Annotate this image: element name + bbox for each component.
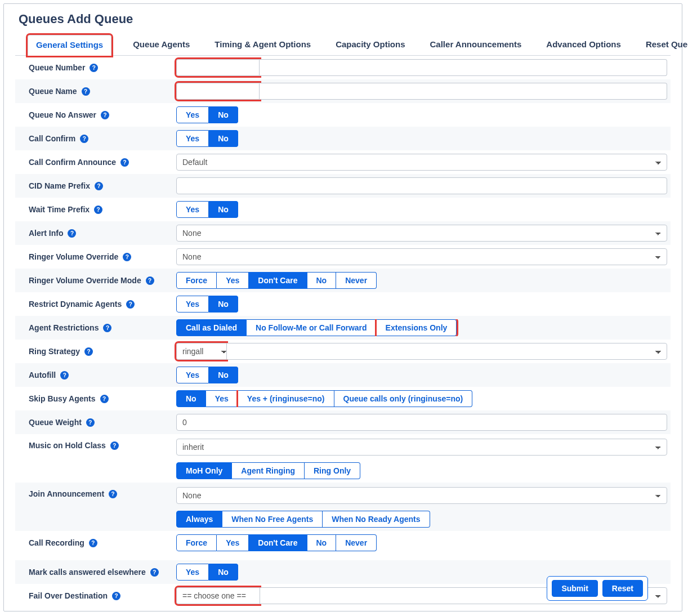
label-ringer-volume-override-mode: Ringer Volume Override Mode [29, 276, 141, 285]
help-icon[interactable]: ? [80, 135, 88, 143]
help-icon[interactable]: ? [82, 87, 90, 96]
row-agent-restrictions: Agent Restrictions ? Call as DialedNo Fo… [15, 316, 671, 340]
row-queue-number: Queue Number ? [15, 56, 671, 79]
help-icon[interactable]: ? [101, 111, 109, 119]
ringerVolumeOverrideMode-option-force[interactable]: Force [176, 272, 217, 289]
row-queue-name: Queue Name ? [15, 79, 671, 103]
autofill-option-no[interactable]: No [209, 367, 238, 383]
help-icon[interactable]: ? [100, 395, 109, 403]
waitTimePrefix-option-yes[interactable]: Yes [176, 201, 209, 218]
joinAnnouncement-option-when-no-free-agents[interactable]: When No Free Agents [222, 511, 323, 528]
cid-name-prefix-input[interactable] [176, 177, 667, 194]
label-queue-name: Queue Name [29, 87, 77, 96]
label-call-confirm: Call Confirm [29, 134, 75, 143]
row-music-on-hold: Music on Hold Class ? inherit MoH OnlyAg… [15, 434, 671, 483]
tab-queue-agents[interactable]: Queue Agents [129, 35, 193, 56]
ringerVolumeOverrideMode-option-no[interactable]: No [307, 272, 337, 289]
call-confirm-announce-select[interactable]: Default [176, 154, 667, 171]
agentRestrictions-option-no-follow-me-or-call-forward[interactable]: No Follow-Me or Call Forward [247, 319, 377, 336]
help-icon[interactable]: ? [150, 568, 159, 577]
help-icon[interactable]: ? [60, 371, 69, 380]
joinAnnouncement-option-when-no-ready-agents[interactable]: When No Ready Agents [323, 511, 430, 528]
callRecording-option-force[interactable]: Force [176, 534, 217, 551]
row-call-recording: Call Recording ? ForceYesDon't CareNoNev… [15, 531, 671, 560]
callRecording-option-yes[interactable]: Yes [217, 534, 249, 551]
help-icon[interactable]: ? [109, 490, 117, 498]
ring-strategy-select-ext[interactable] [226, 343, 667, 360]
ring-strategy-select[interactable]: ringall [176, 343, 226, 360]
join-announcement-select[interactable]: None [176, 487, 667, 504]
help-icon[interactable]: ? [68, 229, 76, 238]
help-icon[interactable]: ? [120, 158, 129, 167]
row-wait-time-prefix: Wait Time Prefix ? YesNo [15, 198, 671, 221]
tab-caller-announcements[interactable]: Caller Announcements [427, 35, 525, 56]
row-restrict-dynamic-agents: Restrict Dynamic Agents ? YesNo [15, 292, 671, 316]
tab-reset-queue-s[interactable]: Reset Queue S [642, 35, 688, 56]
label-cid-name-prefix: CID Name Prefix [29, 181, 90, 190]
skipBusyAgents-option-no[interactable]: No [176, 390, 206, 407]
skipBusyAgents-option-yes-ringinuse-no-[interactable]: Yes + (ringinuse=no) [238, 390, 334, 407]
tab-timing-agent-options[interactable]: Timing & Agent Options [211, 35, 314, 56]
help-icon[interactable]: ? [89, 539, 97, 547]
musicOnHoldClass-option-ring-only[interactable]: Ring Only [305, 462, 360, 479]
label-music-on-hold: Music on Hold Class [29, 441, 106, 450]
help-icon[interactable]: ? [126, 300, 135, 309]
row-autofill: Autofill ? YesNo [15, 363, 671, 387]
help-icon[interactable]: ? [86, 418, 95, 427]
waitTimePrefix-option-no[interactable]: No [209, 201, 238, 218]
label-queue-weight: Queue Weight [29, 418, 82, 427]
callRecording-option-no[interactable]: No [307, 534, 337, 551]
label-ringer-volume-override: Ringer Volume Override [29, 252, 118, 261]
help-icon[interactable]: ? [90, 64, 98, 72]
callConfirm-option-no[interactable]: No [209, 130, 238, 147]
submit-button[interactable]: Submit [552, 580, 597, 597]
tab-capacity-options[interactable]: Capacity Options [332, 35, 408, 56]
label-queue-number: Queue Number [29, 63, 85, 72]
label-autofill: Autofill [29, 371, 56, 380]
help-icon[interactable]: ? [103, 324, 111, 332]
reset-button[interactable]: Reset [602, 580, 643, 597]
help-icon[interactable]: ? [123, 253, 131, 261]
row-ringer-volume-override-mode: Ringer Volume Override Mode ? ForceYesDo… [15, 269, 671, 292]
agentRestrictions-option-call-as-dialed[interactable]: Call as Dialed [176, 319, 247, 336]
help-icon[interactable]: ? [94, 206, 102, 214]
alert-info-select[interactable]: None [176, 225, 667, 242]
help-icon[interactable]: ? [84, 347, 93, 356]
tab-general-settings[interactable]: General Settings [28, 35, 111, 56]
ringerVolumeOverrideMode-option-yes[interactable]: Yes [217, 272, 249, 289]
help-icon[interactable]: ? [146, 276, 154, 285]
callRecording-option-don-t-care[interactable]: Don't Care [249, 534, 307, 551]
restrictDynamicAgents-option-no[interactable]: No [209, 296, 238, 313]
ringerVolumeOverrideMode-option-don-t-care[interactable]: Don't Care [249, 272, 307, 289]
queue-name-input-ext[interactable] [260, 83, 667, 100]
queue-name-input[interactable] [176, 83, 260, 100]
queue-weight-input[interactable] [176, 414, 667, 431]
skipBusyAgents-option-yes[interactable]: Yes [206, 390, 238, 407]
skipBusyAgents-option-queue-calls-only-ringinuse-no-[interactable]: Queue calls only (ringinuse=no) [334, 390, 473, 407]
joinAnnouncement-option-always[interactable]: Always [176, 511, 222, 528]
markCallsAnswered-option-no[interactable]: No [209, 564, 238, 581]
markCallsAnswered-option-yes[interactable]: Yes [176, 564, 209, 581]
callRecording-option-never[interactable]: Never [336, 534, 377, 551]
fail-over-destination-select[interactable]: == choose one == [176, 587, 260, 604]
queue-number-input-ext[interactable] [260, 59, 667, 76]
queue-number-input[interactable] [176, 59, 260, 76]
help-icon[interactable]: ? [110, 441, 119, 450]
queueNoAnswer-option-no[interactable]: No [209, 106, 238, 123]
musicOnHoldClass-option-agent-ringing[interactable]: Agent Ringing [232, 462, 305, 479]
label-call-confirm-announce: Call Confirm Announce [29, 158, 116, 167]
tab-advanced-options[interactable]: Advanced Options [543, 35, 624, 56]
queueNoAnswer-option-yes[interactable]: Yes [176, 106, 209, 123]
agentRestrictions-option-extensions-only[interactable]: Extensions Only [377, 319, 457, 336]
callConfirm-option-yes[interactable]: Yes [176, 130, 209, 147]
ringer-volume-override-select[interactable]: None [176, 248, 667, 265]
ringerVolumeOverrideMode-option-never[interactable]: Never [336, 272, 377, 289]
music-on-hold-select[interactable]: inherit [176, 439, 667, 456]
row-ring-strategy: Ring Strategy ? ringall [15, 340, 671, 363]
help-icon[interactable]: ? [112, 592, 120, 600]
musicOnHoldClass-option-moh-only[interactable]: MoH Only [176, 462, 232, 479]
help-icon[interactable]: ? [95, 182, 103, 190]
autofill-option-yes[interactable]: Yes [176, 367, 209, 383]
footer-actions: Submit Reset [547, 576, 648, 601]
restrictDynamicAgents-option-yes[interactable]: Yes [176, 296, 209, 313]
